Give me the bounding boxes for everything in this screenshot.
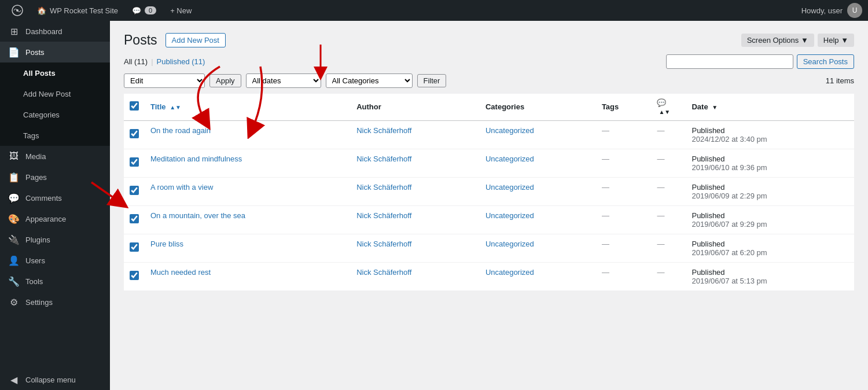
date-status: Published: [692, 268, 724, 277]
add-new-post-button[interactable]: Add New Post: [165, 33, 226, 47]
category-link[interactable]: Uncategorized: [486, 240, 534, 248]
row-checkbox[interactable]: [130, 157, 139, 167]
row-date-cell: Published 2019/06/07 at 6:20 pm: [686, 234, 854, 262]
pages-icon: 📋: [8, 171, 20, 183]
red-arrow-apply: [303, 42, 338, 82]
row-date-cell: Published 2024/12/02 at 3:40 pm: [686, 120, 854, 149]
row-title-cell: Much needed rest: [145, 262, 351, 290]
table-row: A room with a view Nick Schäferhoff Unca…: [124, 177, 854, 205]
date-value: 2019/06/10 at 9:36 pm: [692, 163, 767, 172]
sidebar-item-tags[interactable]: Tags: [0, 125, 110, 146]
filter-published[interactable]: Published (11): [157, 57, 205, 66]
row-checkbox[interactable]: [130, 214, 139, 223]
date-status: Published: [692, 240, 724, 248]
date-col-header[interactable]: Date ▼: [686, 94, 854, 121]
sidebar-item-media[interactable]: 🖼 Media: [0, 146, 110, 167]
sidebar-item-dashboard[interactable]: ⊞ Dashboard: [0, 21, 110, 42]
wp-logo-button[interactable]: [6, 0, 29, 21]
sidebar-item-all-posts[interactable]: All Posts: [0, 62, 110, 83]
date-header-label: Date: [692, 102, 708, 111]
row-date-cell: Published 2019/06/10 at 9:36 pm: [686, 149, 854, 177]
filter-button[interactable]: Filter: [417, 74, 447, 87]
post-title-link[interactable]: On a mountain, over the sea: [150, 211, 245, 220]
author-link[interactable]: Nick Schäferhoff: [356, 211, 411, 220]
sidebar-item-users[interactable]: 👤 Users: [0, 250, 110, 271]
table-row: Much needed rest Nick Schäferhoff Uncate…: [124, 262, 854, 290]
new-label: + New: [170, 6, 192, 15]
row-checkbox[interactable]: [130, 186, 139, 195]
author-link[interactable]: Nick Schäferhoff: [356, 240, 411, 248]
sidebar-item-label: Dashboard: [25, 27, 62, 36]
post-title-link[interactable]: On the road again: [150, 126, 211, 135]
howdy-text: Howdy, user: [801, 6, 843, 15]
row-title-cell: On the road again: [145, 120, 351, 149]
sidebar-item-pages[interactable]: 📋 Pages: [0, 167, 110, 187]
sidebar-item-appearance[interactable]: 🎨 Appearance: [0, 208, 110, 229]
category-link[interactable]: Uncategorized: [486, 268, 534, 277]
row-checkbox[interactable]: [130, 129, 139, 138]
row-author-cell: Nick Schäferhoff: [351, 205, 480, 234]
tags-value: —: [602, 183, 609, 192]
sidebar-item-comments[interactable]: 💬 Comments: [0, 187, 110, 208]
user-greeting: Howdy, user U: [801, 3, 862, 18]
row-checkbox-cell: [124, 120, 145, 149]
author-link[interactable]: Nick Schäferhoff: [356, 126, 411, 135]
sidebar-item-categories[interactable]: Categories: [0, 104, 110, 125]
search-input[interactable]: [666, 54, 793, 69]
date-value: 2019/06/07 at 6:20 pm: [692, 248, 767, 257]
date-value: 2019/06/07 at 5:13 pm: [692, 277, 767, 285]
bulk-actions-select[interactable]: Edit: [124, 73, 205, 88]
sidebar-item-tools[interactable]: 🔧 Tools: [0, 271, 110, 292]
search-posts-button[interactable]: Search Posts: [797, 54, 854, 69]
category-link[interactable]: Uncategorized: [486, 126, 534, 135]
category-filter-select[interactable]: All Categories: [326, 73, 413, 88]
wp-logo-icon: [12, 5, 23, 16]
sidebar-item-label: Users: [25, 256, 45, 265]
sidebar-item-label: Appearance: [25, 215, 66, 223]
site-name: WP Rocket Test Site: [50, 6, 118, 15]
page-header: Posts Add New Post Screen Options ▼ Help…: [124, 32, 854, 49]
author-link[interactable]: Nick Schäferhoff: [356, 268, 411, 277]
sidebar-item-settings[interactable]: ⚙ Settings: [0, 292, 110, 312]
sidebar-item-posts[interactable]: 📄 Posts: [0, 42, 110, 62]
date-status: Published: [692, 183, 724, 192]
row-comments-cell: —: [651, 234, 686, 262]
category-link[interactable]: Uncategorized: [486, 183, 534, 192]
tools-icon: 🔧: [8, 275, 20, 287]
author-link[interactable]: Nick Schäferhoff: [356, 183, 411, 192]
title-col-header[interactable]: Title ▲▼: [145, 94, 351, 121]
tags-value: —: [602, 240, 609, 248]
new-content-button[interactable]: + New: [164, 0, 197, 21]
help-button[interactable]: Help ▼: [818, 34, 854, 47]
sidebar-item-label: Settings: [25, 298, 53, 307]
collapse-menu-button[interactable]: ◀ Collapse menu: [0, 369, 110, 390]
sidebar-item-add-new-post[interactable]: Add New Post: [0, 83, 110, 104]
table-row: Pure bliss Nick Schäferhoff Uncategorize…: [124, 234, 854, 262]
select-all-checkbox[interactable]: [130, 101, 139, 111]
row-author-cell: Nick Schäferhoff: [351, 234, 480, 262]
post-title-link[interactable]: Pure bliss: [150, 240, 183, 248]
table-row: On a mountain, over the sea Nick Schäfer…: [124, 205, 854, 234]
category-link[interactable]: Uncategorized: [486, 154, 534, 163]
apply-button[interactable]: Apply: [209, 74, 241, 87]
post-title-link[interactable]: Much needed rest: [150, 268, 211, 277]
filter-all[interactable]: All (11): [124, 57, 148, 66]
row-title-cell: Meditation and mindfulness: [145, 149, 351, 177]
date-value: 2019/06/07 at 9:29 pm: [692, 220, 767, 229]
screen-options-button[interactable]: Screen Options ▼: [741, 34, 814, 47]
category-link[interactable]: Uncategorized: [486, 211, 534, 220]
home-icon: 🏠: [37, 6, 46, 15]
sidebar-item-label: All Posts: [23, 69, 56, 78]
post-title-link[interactable]: A room with a view: [150, 183, 213, 192]
plugins-icon: 🔌: [8, 234, 20, 245]
row-checkbox-cell: [124, 205, 145, 234]
row-categories-cell: Uncategorized: [480, 120, 596, 149]
post-title-link[interactable]: Meditation and mindfulness: [150, 154, 242, 163]
sidebar-item-plugins[interactable]: 🔌 Plugins: [0, 229, 110, 250]
site-name-button[interactable]: 🏠 WP Rocket Test Site: [31, 0, 124, 21]
row-checkbox[interactable]: [130, 271, 139, 280]
author-link[interactable]: Nick Schäferhoff: [356, 154, 411, 163]
row-checkbox[interactable]: [130, 242, 139, 252]
comments-count: 0: [145, 6, 156, 14]
comments-button[interactable]: 💬 0: [126, 0, 162, 21]
